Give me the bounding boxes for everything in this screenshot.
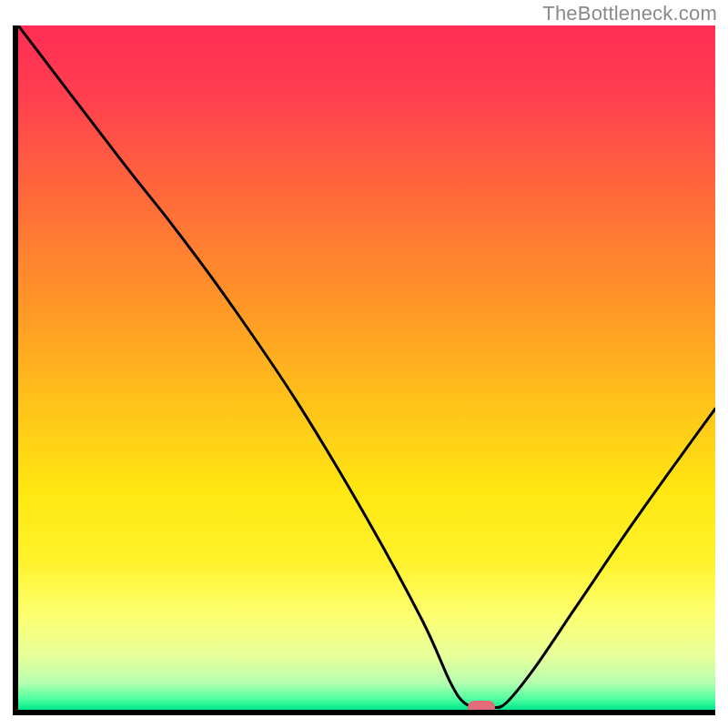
- plot-area: [18, 25, 715, 710]
- y-axis: [13, 25, 18, 715]
- optimal-marker: [468, 701, 495, 710]
- bottleneck-curve: [18, 25, 715, 710]
- x-axis: [13, 710, 715, 715]
- watermark-text: TheBottleneck.com: [542, 2, 717, 25]
